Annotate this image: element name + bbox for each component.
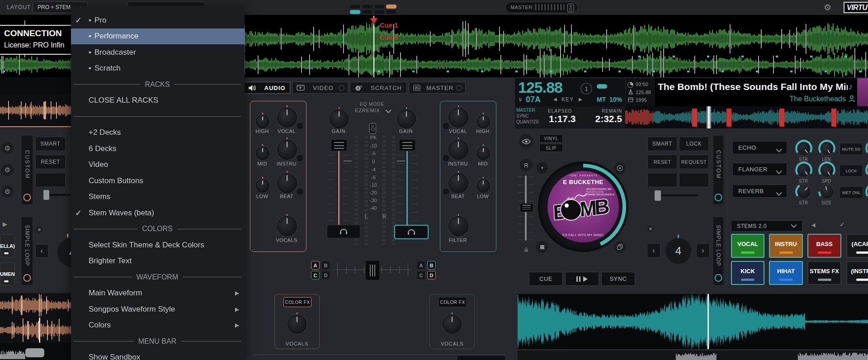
- album-art-thumbnail[interactable]: [857, 78, 868, 106]
- left-fx-slider-handle[interactable]: [43, 190, 49, 200]
- pitch-fader-handle[interactable]: [520, 203, 533, 212]
- fx-slider-track[interactable]: [661, 194, 698, 196]
- record-toggle-icon[interactable]: [338, 85, 345, 91]
- deck-indicator-pill[interactable]: [374, 4, 385, 9]
- stem-knob-beat[interactable]: [277, 173, 297, 193]
- fx-side-button[interactable]: WET ONL: [840, 186, 863, 199]
- track-artist[interactable]: The Bucketheads: [748, 95, 846, 103]
- menu-item-video[interactable]: Video: [71, 157, 245, 173]
- fx-knob-size[interactable]: [820, 185, 834, 199]
- jog-stop-button[interactable]: [536, 241, 548, 253]
- left-stem-pad-instrumental[interactable]: UMEN: [0, 262, 15, 286]
- menu-item-6-decks[interactable]: 6 Decks: [71, 141, 245, 157]
- headphone-cue-left[interactable]: [327, 225, 360, 238]
- stems-dropdown[interactable]: STEMS 2.0: [731, 220, 802, 232]
- eq-knob-mid[interactable]: [476, 147, 490, 160]
- menu-item-scratch[interactable]: •Scratch: [71, 61, 245, 77]
- cue-button[interactable]: CUE: [529, 272, 563, 286]
- eq-knob-low[interactable]: [256, 179, 269, 193]
- mt-label[interactable]: MT: [597, 96, 606, 103]
- vinyl-mode-button[interactable]: VINYL: [539, 134, 563, 142]
- stem-knob-filter[interactable]: [448, 216, 468, 236]
- right-simple-loop-strip[interactable]: SIMPLE LOOP: [713, 217, 723, 285]
- knob-dot-button[interactable]: [297, 155, 303, 161]
- jog-copy-button[interactable]: [614, 241, 626, 253]
- menu-item-brighter-text[interactable]: Brighter Text: [71, 253, 245, 270]
- tab-scratch[interactable]: SCRATCH: [350, 82, 407, 94]
- pitch-range-button[interactable]: R: [520, 159, 533, 171]
- deck-indicator-pill[interactable]: [386, 4, 397, 9]
- deck-indicator-pill[interactable]: [362, 4, 373, 9]
- menu-item-colors[interactable]: Colors▶: [71, 317, 245, 334]
- stem-pad-bass[interactable]: BASS: [807, 234, 841, 258]
- pitch-range-value[interactable]: 10%: [609, 96, 622, 103]
- crossfader-assign-c[interactable]: C: [417, 271, 425, 279]
- stem-pad-hihat[interactable]: HIHAT: [769, 261, 803, 285]
- fx-blank-button[interactable]: [647, 173, 677, 187]
- menu-item-close-all-racks[interactable]: CLOSE ALL RACKS: [71, 93, 245, 109]
- stem-pad-acape[interactable]: (ACAPE: [846, 234, 868, 258]
- tab-audio[interactable]: AUDIO: [243, 82, 290, 94]
- slip-mode-button[interactable]: SLIP: [539, 144, 563, 152]
- quantize-indicator[interactable]: QUANTIZE: [516, 119, 539, 124]
- gear-icon[interactable]: ⚙: [1, 142, 14, 154]
- menu-item-broadcaster[interactable]: •Broadcaster: [71, 44, 245, 61]
- eye-view-button[interactable]: [519, 134, 533, 149]
- fx-knob-str[interactable]: [797, 141, 811, 156]
- crossfader-handle[interactable]: [365, 261, 380, 280]
- fx-reset-button[interactable]: RESET: [647, 155, 677, 169]
- gear-icon[interactable]: ⚙: [1, 185, 14, 198]
- sync-indicator[interactable]: SYNC: [516, 114, 529, 118]
- menu-item-pro[interactable]: ✓•Pro: [71, 12, 245, 28]
- fx-request-button[interactable]: REQUEST: [679, 155, 709, 169]
- stem-knob-beat[interactable]: [448, 173, 468, 193]
- right-loop-double-button[interactable]: ›: [696, 243, 710, 258]
- stem-knob-instru[interactable]: [448, 140, 468, 160]
- menu-item-select-skin-theme-deck-colors[interactable]: Select Skin Theme & Deck Colors: [71, 237, 245, 253]
- tab-video[interactable]: VIDEO: [292, 82, 348, 94]
- deck-indicator-pill[interactable]: [349, 9, 361, 14]
- crossfader-assign-a[interactable]: A: [417, 261, 425, 270]
- fx-dropdown-reverb[interactable]: REVERB: [732, 185, 787, 198]
- left-simple-loop-strip[interactable]: SIMPLE LOOP: [22, 217, 33, 285]
- fx-knob-str[interactable]: [797, 185, 811, 199]
- left-custom-strip[interactable]: CUSTOM: [22, 136, 33, 204]
- colorfx-button-left[interactable]: COLOR FX: [283, 297, 311, 307]
- stems-back-icon[interactable]: ◀: [811, 222, 815, 228]
- left-blank-button[interactable]: [35, 173, 66, 187]
- knob-dot-button[interactable]: [443, 155, 449, 161]
- volume-fader-left-handle[interactable]: [331, 139, 347, 151]
- eq-knob-high[interactable]: [256, 115, 269, 128]
- right-loop-size-knob[interactable]: 4: [665, 238, 691, 264]
- deck-overview-waveform[interactable]: [518, 294, 868, 349]
- left-smart-button[interactable]: SMART: [35, 137, 66, 151]
- fx-dropdown-echo[interactable]: ECHO: [732, 141, 787, 154]
- key-chevron-icon[interactable]: ∨: [518, 96, 523, 103]
- gain-knob-right[interactable]: [397, 109, 416, 128]
- stem-pad-kick[interactable]: KICK: [731, 261, 764, 285]
- keylock-icon[interactable]: [524, 247, 529, 252]
- colorfx-knob-right[interactable]: [443, 315, 462, 334]
- colorfx-button-right[interactable]: COLOR FX: [439, 297, 467, 307]
- deck-songpos-waveform[interactable]: [625, 106, 868, 128]
- play-pause-button[interactable]: [565, 272, 599, 286]
- eq-knob-high[interactable]: [476, 115, 490, 128]
- left-loop-half-button[interactable]: ‹: [35, 244, 48, 258]
- deck-indicator-pill[interactable]: [349, 4, 361, 9]
- crossfader-assign-c[interactable]: C: [311, 271, 320, 279]
- left-deck-songpos[interactable]: [0, 94, 71, 126]
- fx-side-button[interactable]: LOCK: [840, 165, 863, 177]
- deck-loop-badge[interactable]: 1: [580, 83, 592, 95]
- eq-mode-value[interactable]: EZREMIX: [345, 108, 390, 113]
- deck-key-value[interactable]: 07A: [526, 95, 541, 104]
- left-overview-waveform-b[interactable]: [0, 317, 71, 343]
- menu-item-main-waveform[interactable]: Main Waveform▶: [71, 285, 245, 302]
- menu-item-show-sandbox[interactable]: Show Sandbox: [71, 350, 245, 360]
- menu-item-performance[interactable]: •Performance: [71, 28, 245, 45]
- stems-check-icon[interactable]: ✓: [840, 221, 845, 228]
- deck-indicator-pill[interactable]: [362, 9, 373, 14]
- deck-indicator-pill[interactable]: [374, 9, 385, 14]
- volume-fader-right-handle[interactable]: [399, 139, 415, 151]
- fx-knob-len[interactable]: [820, 141, 834, 156]
- gain-knob-left[interactable]: [330, 109, 349, 128]
